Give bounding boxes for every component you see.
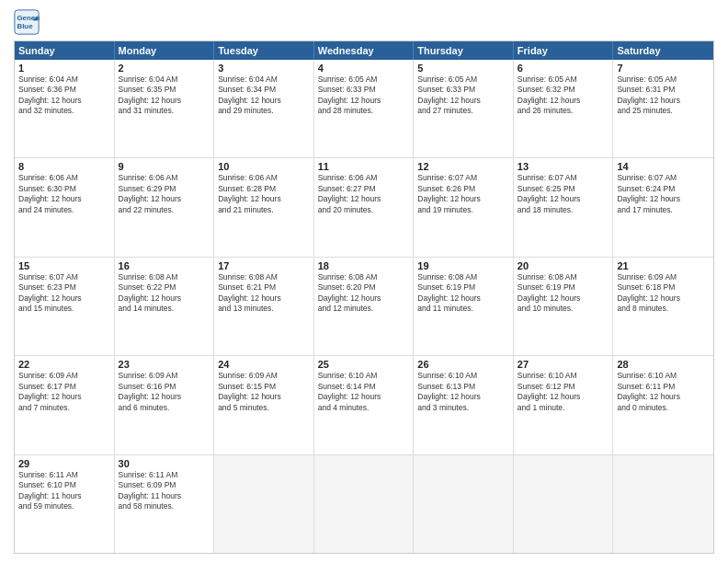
cell-info: Sunrise: 6:11 AMSunset: 6:09 PMDaylight:… bbox=[119, 470, 210, 512]
cell-info: Sunrise: 6:10 AMSunset: 6:13 PMDaylight:… bbox=[417, 371, 509, 413]
calendar-cell: 23Sunrise: 6:09 AMSunset: 6:16 PMDayligh… bbox=[115, 356, 215, 454]
calendar-cell: 5Sunrise: 6:05 AMSunset: 6:33 PMDaylight… bbox=[414, 60, 514, 157]
header-cell-saturday: Saturday bbox=[613, 41, 713, 60]
day-number: 13 bbox=[518, 161, 609, 172]
cell-info: Sunrise: 6:05 AMSunset: 6:33 PMDaylight:… bbox=[318, 75, 410, 117]
day-number: 1 bbox=[18, 63, 110, 74]
calendar-page: General Blue SundayMondayTuesdayWednesda… bbox=[0, 0, 728, 563]
cell-info: Sunrise: 6:08 AMSunset: 6:20 PMDaylight:… bbox=[318, 272, 410, 315]
calendar-header-row: SundayMondayTuesdayWednesdayThursdayFrid… bbox=[15, 41, 713, 60]
calendar-cell: 6Sunrise: 6:05 AMSunset: 6:32 PMDaylight… bbox=[514, 60, 614, 157]
calendar-cell: 15Sunrise: 6:07 AMSunset: 6:23 PMDayligh… bbox=[15, 258, 115, 355]
calendar-cell: 24Sunrise: 6:09 AMSunset: 6:15 PMDayligh… bbox=[214, 356, 314, 454]
header-cell-wednesday: Wednesday bbox=[314, 41, 415, 60]
day-number: 4 bbox=[318, 63, 410, 74]
calendar-cell: 16Sunrise: 6:08 AMSunset: 6:22 PMDayligh… bbox=[115, 258, 215, 355]
cell-info: Sunrise: 6:09 AMSunset: 6:15 PMDaylight:… bbox=[218, 371, 310, 413]
calendar-cell: 10Sunrise: 6:06 AMSunset: 6:28 PMDayligh… bbox=[214, 158, 314, 256]
cell-info: Sunrise: 6:04 AMSunset: 6:36 PMDaylight:… bbox=[18, 75, 110, 117]
cell-info: Sunrise: 6:08 AMSunset: 6:19 PMDaylight:… bbox=[518, 272, 609, 315]
day-number: 24 bbox=[218, 359, 310, 370]
day-number: 7 bbox=[617, 63, 710, 74]
cell-info: Sunrise: 6:07 AMSunset: 6:25 PMDaylight:… bbox=[518, 173, 609, 215]
calendar-cell: 8Sunrise: 6:06 AMSunset: 6:30 PMDaylight… bbox=[15, 158, 115, 256]
cell-info: Sunrise: 6:08 AMSunset: 6:21 PMDaylight:… bbox=[218, 272, 310, 315]
cell-info: Sunrise: 6:09 AMSunset: 6:17 PMDaylight:… bbox=[18, 371, 110, 413]
logo: General Blue bbox=[14, 9, 43, 35]
calendar-week-5: 29Sunrise: 6:11 AMSunset: 6:10 PMDayligh… bbox=[15, 455, 713, 553]
cell-info: Sunrise: 6:05 AMSunset: 6:33 PMDaylight:… bbox=[417, 75, 509, 117]
calendar-week-3: 15Sunrise: 6:07 AMSunset: 6:23 PMDayligh… bbox=[15, 258, 713, 356]
day-number: 3 bbox=[218, 63, 310, 74]
day-number: 20 bbox=[518, 260, 609, 271]
calendar-cell: 14Sunrise: 6:07 AMSunset: 6:24 PMDayligh… bbox=[613, 158, 713, 256]
day-number: 28 bbox=[617, 359, 710, 370]
calendar-cell: 11Sunrise: 6:06 AMSunset: 6:27 PMDayligh… bbox=[314, 158, 415, 256]
cell-info: Sunrise: 6:06 AMSunset: 6:30 PMDaylight:… bbox=[18, 173, 110, 215]
calendar-week-4: 22Sunrise: 6:09 AMSunset: 6:17 PMDayligh… bbox=[15, 356, 713, 454]
day-number: 12 bbox=[417, 161, 509, 172]
cell-info: Sunrise: 6:06 AMSunset: 6:29 PMDaylight:… bbox=[119, 173, 210, 215]
day-number: 25 bbox=[318, 359, 410, 370]
calendar-cell: 19Sunrise: 6:08 AMSunset: 6:19 PMDayligh… bbox=[414, 258, 514, 355]
cell-info: Sunrise: 6:09 AMSunset: 6:18 PMDaylight:… bbox=[617, 272, 710, 315]
header-cell-friday: Friday bbox=[514, 41, 614, 60]
calendar-body: 1Sunrise: 6:04 AMSunset: 6:36 PMDaylight… bbox=[15, 60, 713, 553]
calendar-cell: 17Sunrise: 6:08 AMSunset: 6:21 PMDayligh… bbox=[214, 258, 314, 355]
calendar-cell: 30Sunrise: 6:11 AMSunset: 6:09 PMDayligh… bbox=[115, 455, 215, 553]
calendar-week-1: 1Sunrise: 6:04 AMSunset: 6:36 PMDaylight… bbox=[15, 60, 713, 158]
day-number: 11 bbox=[318, 161, 410, 172]
cell-info: Sunrise: 6:05 AMSunset: 6:32 PMDaylight:… bbox=[518, 75, 609, 117]
calendar-cell: 7Sunrise: 6:05 AMSunset: 6:31 PMDaylight… bbox=[613, 60, 713, 157]
calendar-cell: 12Sunrise: 6:07 AMSunset: 6:26 PMDayligh… bbox=[414, 158, 514, 256]
cell-info: Sunrise: 6:04 AMSunset: 6:34 PMDaylight:… bbox=[218, 75, 310, 117]
day-number: 19 bbox=[417, 260, 509, 271]
day-number: 14 bbox=[617, 161, 710, 172]
calendar-cell: 9Sunrise: 6:06 AMSunset: 6:29 PMDaylight… bbox=[115, 158, 215, 256]
cell-info: Sunrise: 6:04 AMSunset: 6:35 PMDaylight:… bbox=[119, 75, 210, 117]
cell-info: Sunrise: 6:06 AMSunset: 6:27 PMDaylight:… bbox=[318, 173, 410, 215]
cell-info: Sunrise: 6:07 AMSunset: 6:24 PMDaylight:… bbox=[617, 173, 710, 215]
calendar-cell: 26Sunrise: 6:10 AMSunset: 6:13 PMDayligh… bbox=[414, 356, 514, 454]
day-number: 2 bbox=[119, 63, 210, 74]
calendar-cell: 29Sunrise: 6:11 AMSunset: 6:10 PMDayligh… bbox=[15, 455, 115, 553]
calendar-cell bbox=[613, 455, 713, 553]
day-number: 15 bbox=[18, 260, 110, 271]
day-number: 21 bbox=[617, 260, 710, 271]
day-number: 10 bbox=[218, 161, 310, 172]
day-number: 5 bbox=[417, 63, 509, 74]
cell-info: Sunrise: 6:10 AMSunset: 6:14 PMDaylight:… bbox=[318, 371, 410, 413]
day-number: 9 bbox=[119, 161, 210, 172]
calendar-cell bbox=[414, 455, 514, 553]
header-cell-sunday: Sunday bbox=[15, 41, 115, 60]
day-number: 16 bbox=[119, 260, 210, 271]
cell-info: Sunrise: 6:07 AMSunset: 6:23 PMDaylight:… bbox=[18, 272, 110, 315]
cell-info: Sunrise: 6:11 AMSunset: 6:10 PMDaylight:… bbox=[18, 470, 110, 512]
day-number: 22 bbox=[18, 359, 110, 370]
calendar-cell: 2Sunrise: 6:04 AMSunset: 6:35 PMDaylight… bbox=[115, 60, 215, 157]
calendar-cell bbox=[314, 455, 415, 553]
day-number: 26 bbox=[417, 359, 509, 370]
calendar-cell: 22Sunrise: 6:09 AMSunset: 6:17 PMDayligh… bbox=[15, 356, 115, 454]
logo-icon: General Blue bbox=[14, 9, 40, 35]
cell-info: Sunrise: 6:09 AMSunset: 6:16 PMDaylight:… bbox=[119, 371, 210, 413]
cell-info: Sunrise: 6:08 AMSunset: 6:19 PMDaylight:… bbox=[417, 272, 509, 315]
cell-info: Sunrise: 6:10 AMSunset: 6:12 PMDaylight:… bbox=[518, 371, 609, 413]
calendar-cell: 25Sunrise: 6:10 AMSunset: 6:14 PMDayligh… bbox=[314, 356, 415, 454]
cell-info: Sunrise: 6:10 AMSunset: 6:11 PMDaylight:… bbox=[617, 371, 710, 413]
calendar-cell: 28Sunrise: 6:10 AMSunset: 6:11 PMDayligh… bbox=[613, 356, 713, 454]
calendar-cell: 21Sunrise: 6:09 AMSunset: 6:18 PMDayligh… bbox=[613, 258, 713, 355]
calendar-cell bbox=[214, 455, 314, 553]
svg-text:Blue: Blue bbox=[17, 22, 34, 30]
day-number: 8 bbox=[18, 161, 110, 172]
cell-info: Sunrise: 6:05 AMSunset: 6:31 PMDaylight:… bbox=[617, 75, 710, 117]
calendar-cell: 3Sunrise: 6:04 AMSunset: 6:34 PMDaylight… bbox=[214, 60, 314, 157]
calendar-cell: 18Sunrise: 6:08 AMSunset: 6:20 PMDayligh… bbox=[314, 258, 415, 355]
calendar-cell: 1Sunrise: 6:04 AMSunset: 6:36 PMDaylight… bbox=[15, 60, 115, 157]
cell-info: Sunrise: 6:06 AMSunset: 6:28 PMDaylight:… bbox=[218, 173, 310, 215]
day-number: 6 bbox=[518, 63, 609, 74]
page-header: General Blue bbox=[14, 9, 714, 35]
day-number: 17 bbox=[218, 260, 310, 271]
header-cell-tuesday: Tuesday bbox=[214, 41, 314, 60]
calendar-cell: 20Sunrise: 6:08 AMSunset: 6:19 PMDayligh… bbox=[514, 258, 614, 355]
